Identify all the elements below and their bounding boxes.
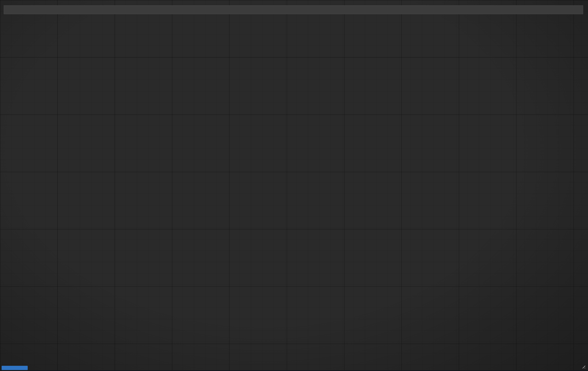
- graph-title-banner: [4, 5, 583, 14]
- taskbar-fragment: [2, 366, 28, 370]
- bottom-strip: [0, 370, 588, 371]
- vignette: [0, 0, 588, 371]
- blueprint-graph-canvas[interactable]: [0, 0, 588, 371]
- canvas-resize-grip[interactable]: [581, 364, 585, 368]
- wire-layer: [0, 0, 588, 371]
